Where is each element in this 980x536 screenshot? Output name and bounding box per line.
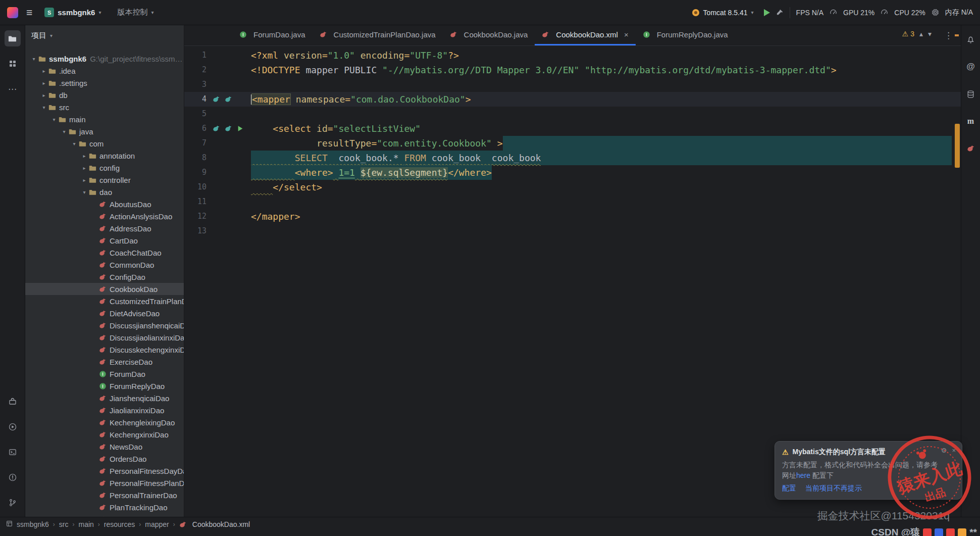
code-line-7[interactable]: 7 resultType="com.entity.Cookbook" > [184,136,961,151]
tree-item-plantrackingdao[interactable]: PlanTrackingDao [25,501,184,513]
tab-forumdao.java[interactable]: ForumDao.java [232,25,313,45]
code-line-9[interactable]: 9 <where> 1=1 ${ew.sqlSegment}</where> [184,165,961,180]
tree-item-main[interactable]: ▾main [25,113,184,125]
tree-item-personalfitnessplandao[interactable]: PersonalFitnessPlanDao [25,477,184,489]
line-number[interactable]: 8 [184,151,207,165]
tree-chevron-icon[interactable]: ▸ [80,177,89,183]
mybatis-statement-icon[interactable] [225,125,232,132]
terminal-icon[interactable] [5,444,21,460]
breadcrumb-item-src[interactable]: src [59,520,69,528]
tree-item-db[interactable]: ▸db [25,89,184,101]
tree-item-personaltrainerdao[interactable]: PersonalTrainerDao [25,489,184,501]
breadcrumb-item-mapper[interactable]: mapper [145,520,169,528]
configure-link[interactable]: 配置 [782,484,796,493]
breadcrumb-item-cookbookdao.xml[interactable]: CookbookDao.xml [179,520,250,528]
line-number[interactable]: 11 [184,194,207,209]
tree-item-jiaolianxinxidao[interactable]: JiaolianxinxiDao [25,404,184,416]
database-icon[interactable] [963,86,979,102]
tree-chevron-icon[interactable]: ▾ [60,129,69,134]
tree-item-com[interactable]: ▾com [25,137,184,150]
code-line-5[interactable]: 5 [184,107,961,121]
tree-item-dietadvisedao[interactable]: DietAdviseDao [25,307,184,319]
tree-item-cartdao[interactable]: CartDao [25,234,184,247]
line-number[interactable]: 4 [184,92,207,107]
notification-settings-icon[interactable]: ⚙ [941,447,947,454]
tree-chevron-icon[interactable]: ▸ [39,80,48,86]
line-number[interactable]: 6 [184,121,207,136]
breadcrumb-item-ssmbgnk6[interactable]: ssmbgnk6 [17,520,49,528]
code-line-10[interactable]: 10 </select> [184,180,961,194]
code-line-3[interactable]: 3 [184,77,961,92]
code-text[interactable]: <?xml version="1.0" encoding="UTF-8"?> [251,48,459,63]
run-gutter-icon[interactable] [237,125,243,132]
line-number[interactable]: 2 [184,63,207,77]
code-text[interactable]: <mapper namespace="com.dao.CookbookDao"> [251,92,471,107]
project-selector[interactable]: S ssmbgnk6 ▾ [40,6,105,19]
tab-close-icon[interactable]: × [624,30,629,39]
tree-item-forumreplydao[interactable]: ForumReplyDao [25,380,184,392]
run-button[interactable] [764,9,770,16]
tree-item-newsdao[interactable]: NewsDao [25,441,184,453]
run-config-selector[interactable]: Tomcat 8.5.41 ▾ [688,7,758,19]
tree-item-progresstrackingdao[interactable]: ProgressTrackingDao [25,513,184,517]
tree-chevron-icon[interactable]: ▾ [70,141,79,147]
code-line-8[interactable]: 8 SELECT cook_book.* FROM cook_book cook… [184,151,961,165]
tree-item-jianshenqicaidao[interactable]: JianshenqicaiDao [25,392,184,404]
project-panel-header[interactable]: 项目 ▾ [25,25,184,45]
services-icon[interactable] [5,394,21,410]
breadcrumb-item-main[interactable]: main [78,520,93,528]
next-warning-icon[interactable]: ▾ [928,30,932,38]
tree-item-addressdao[interactable]: AddressDao [25,222,184,234]
tree-item-.idea[interactable]: ▸.idea [25,65,184,77]
tree-chevron-icon[interactable]: ▸ [80,153,89,159]
tree-chevron-icon[interactable]: ▸ [80,165,89,171]
line-number[interactable]: 12 [184,209,207,224]
tree-chevron-icon[interactable]: ▸ [39,92,48,98]
mybatis-statement-icon[interactable] [213,95,220,103]
code-text[interactable]: resultType="com.entity.Cookbook" > [251,136,503,151]
tree-chevron-icon[interactable]: ▸ [39,68,48,74]
inspection-widget[interactable]: ⚠ 3 ▴ ▾ [902,30,932,38]
vcs-selector[interactable]: 版本控制 ▾ [114,6,158,19]
code-line-1[interactable]: 1<?xml version="1.0" encoding="UTF-8"?> [184,48,961,63]
tool-windows-icon[interactable] [5,56,21,72]
code-text[interactable]: <select id="selectListView" [251,121,421,136]
code-line-6[interactable]: 6 <select id="selectListView" [184,121,961,136]
tree-item-aboutusdao[interactable]: AboutusDao [25,198,184,210]
tree-item-kechengleixingdao[interactable]: KechengleixingDao [25,416,184,428]
code-text[interactable]: SELECT cook_book.* FROM cook_book cook_b… [251,151,541,165]
dont-remind-link[interactable]: 当前项目不再提示 [805,484,862,493]
tree-item-src[interactable]: ▾src [25,101,184,113]
tree-item-cookbookdao[interactable]: CookbookDao [25,283,184,295]
ai-assistant-icon[interactable]: @ [963,59,979,75]
run-tool-icon[interactable] [5,419,21,435]
line-number[interactable]: 1 [184,48,207,63]
line-number[interactable]: 9 [184,165,207,180]
code-text[interactable]: </mapper> [251,209,300,224]
tree-item-annotation[interactable]: ▸annotation [25,150,184,162]
maven-icon[interactable]: m [963,113,979,129]
tree-item-dao[interactable]: ▾dao [25,186,184,198]
tree-item-discussjiaolianxinxidao[interactable]: DiscussjiaolianxinxiDao [25,331,184,344]
tool-icon[interactable] [776,9,784,16]
main-menu-icon[interactable]: ≡ [26,7,32,18]
line-number[interactable]: 13 [184,224,207,238]
code-line-4[interactable]: 4<mapper namespace="com.dao.CookbookDao"… [184,92,961,107]
code-line-2[interactable]: 2<!DOCTYPE mapper PUBLIC "-//mybatis.org… [184,63,961,77]
tree-item-controller[interactable]: ▸controller [25,174,184,186]
prev-warning-icon[interactable]: ▴ [919,30,923,38]
tree-chevron-icon[interactable]: ▾ [80,189,89,195]
notifications-icon[interactable] [963,31,979,47]
code-text[interactable]: <where> 1=1 ${ew.sqlSegment}</where> [251,165,492,180]
tab-cookbookdao.xml[interactable]: CookbookDao.xml× [535,25,635,45]
tree-item-ordersdao[interactable]: OrdersDao [25,453,184,465]
tree-item-java[interactable]: ▾java [25,125,184,137]
tree-chevron-icon[interactable]: ▾ [49,117,59,122]
tree-item-customizedtrainplandao[interactable]: CustomizedTrainPlanDao [25,295,184,307]
line-number[interactable]: 7 [184,136,207,151]
tree-item-ssmbgnk6[interactable]: ▾ssmbgnk6G:\git_project\fitness\ssmbgnk6 [25,53,184,65]
tree-chevron-icon[interactable]: ▾ [39,105,48,110]
problems-icon[interactable] [5,469,21,485]
tree-item-exercisedao[interactable]: ExerciseDao [25,356,184,368]
notification-close-icon[interactable]: × [952,447,956,454]
